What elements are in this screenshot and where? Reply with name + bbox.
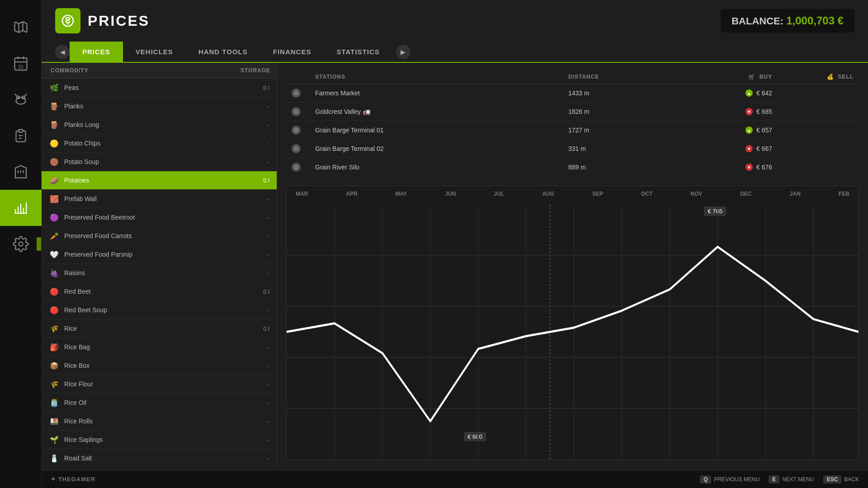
nav-prev-arrow[interactable]: ◀ bbox=[55, 45, 70, 59]
price-value: € 667 bbox=[756, 145, 772, 152]
main-content: PRICES BALANCE: 1,000,703 € ◀ PRICES VEH… bbox=[42, 0, 868, 470]
tab-finances[interactable]: FINANCES bbox=[260, 42, 324, 62]
list-item[interactable]: 🌱 Rice Saplings - bbox=[42, 431, 277, 449]
chart-months: MARAPRMAYJUNJULAUGSEPOCTNOVDECJANFEB bbox=[296, 191, 849, 197]
commodity-storage: - bbox=[251, 122, 269, 128]
svg-point-3 bbox=[17, 96, 19, 99]
commodity-name: Raisins bbox=[64, 269, 251, 277]
list-item[interactable]: 🌿 Peas 0 l bbox=[42, 79, 277, 97]
chart-month-label: NOV bbox=[690, 191, 702, 197]
list-item[interactable]: 🪵 Planks - bbox=[42, 97, 277, 116]
commodity-icon: 🌾 bbox=[49, 323, 60, 334]
price-trend-icon: ▲ bbox=[745, 89, 753, 97]
table-row[interactable]: ⊙ Grain Barge Terminal 01 1727 m ▲ € 657 bbox=[286, 121, 859, 140]
list-item[interactable]: 🟣 Preserved Food Beetroot - bbox=[42, 208, 277, 227]
station-buy-price: ▼ € 676 bbox=[696, 158, 778, 177]
next-menu-label: NEXT MENU bbox=[782, 476, 814, 483]
e-key-badge[interactable]: E bbox=[769, 475, 779, 483]
station-circle-icon: ⊙ bbox=[292, 89, 301, 98]
table-row[interactable]: ⊙ Grain River Silo 889 m ▼ € 676 bbox=[286, 158, 859, 177]
list-item[interactable]: 📦 Rice Box - bbox=[42, 357, 277, 375]
chart-month-label: SEP bbox=[592, 191, 603, 197]
station-buy-price: ▲ € 642 bbox=[696, 84, 778, 103]
commodity-icon: 🎒 bbox=[49, 342, 60, 352]
commodity-icon: 🟣 bbox=[49, 212, 60, 223]
nav-next-arrow[interactable]: ▶ bbox=[396, 45, 410, 59]
sidebar-item-contracts[interactable] bbox=[0, 117, 42, 154]
list-item[interactable]: 🔴 Red Beet 0 l bbox=[42, 282, 277, 301]
sidebar-item-animals[interactable] bbox=[0, 81, 42, 117]
balance-label: BALANCE: bbox=[731, 15, 783, 27]
sell-icon: 💰 bbox=[827, 74, 834, 80]
station-distance: 1433 m bbox=[563, 84, 696, 103]
price-value: € 685 bbox=[756, 108, 772, 115]
commodity-header: COMMODITY STORAGE bbox=[42, 63, 277, 79]
station-sell-price bbox=[778, 84, 859, 103]
list-item[interactable]: 🥔 Potatoes 0 l bbox=[42, 171, 277, 190]
list-item[interactable]: 🤍 Preserved Food Parsnip - bbox=[42, 245, 277, 264]
sidebar-item-settings[interactable] bbox=[0, 226, 42, 262]
svg-point-6 bbox=[19, 242, 23, 246]
prev-menu-key: Q PREVIOUS MENU bbox=[700, 475, 760, 483]
tab-hand-tools[interactable]: HAND TOOLS bbox=[186, 42, 260, 62]
price-chart: MARAPRMAYJUNJULAUGSEPOCTNOVDECJANFEB € 7… bbox=[286, 186, 859, 460]
station-sell-price bbox=[778, 140, 859, 158]
commodity-storage: - bbox=[251, 270, 269, 277]
storage-col-header: STORAGE bbox=[241, 67, 268, 74]
commodity-name: Rice Box bbox=[64, 362, 251, 369]
next-menu-key: E NEXT MENU bbox=[769, 475, 814, 483]
q-key-badge[interactable]: Q bbox=[700, 475, 711, 483]
commodity-storage: - bbox=[251, 455, 269, 462]
sidebar-item-prices[interactable] bbox=[0, 190, 42, 226]
chart-month-label: AUG bbox=[542, 191, 554, 197]
list-item[interactable]: 🍇 Raisins - bbox=[42, 264, 277, 282]
station-name: Goldcrest Valley 🚛 bbox=[310, 103, 563, 121]
sidebar-item-calendar[interactable]: 15 bbox=[0, 45, 42, 81]
list-item[interactable]: 🍱 Rice Rolls - bbox=[42, 412, 277, 431]
stations-table: STATIONS DISTANCE 🛒 BUY 💰 SELL bbox=[286, 70, 859, 177]
chart-month-label: FEB bbox=[839, 191, 849, 197]
commodity-storage: - bbox=[251, 399, 269, 406]
commodity-list: 🌿 Peas 0 l 🪵 Planks - 🪵 Planks Long - 🟡 … bbox=[42, 79, 277, 467]
table-row[interactable]: ⊙ Goldcrest Valley 🚛 1826 m ▼ € 685 bbox=[286, 103, 859, 121]
commodity-name: Road Salt bbox=[64, 455, 251, 462]
commodity-storage: 0 l bbox=[251, 177, 269, 184]
sidebar: 15 bbox=[0, 0, 42, 488]
list-item[interactable]: 🟤 Potato Soup - bbox=[42, 153, 277, 171]
chart-month-label: OCT bbox=[641, 191, 652, 197]
list-item[interactable]: 🧂 Road Salt - bbox=[42, 449, 277, 467]
buy-icon: 🛒 bbox=[748, 74, 755, 80]
list-item[interactable]: 🥕 Preserved Food Carrots - bbox=[42, 227, 277, 245]
commodity-icon: 📦 bbox=[49, 360, 60, 371]
tab-vehicles[interactable]: VEHICLES bbox=[123, 42, 186, 62]
esc-key-badge[interactable]: ESC bbox=[823, 475, 842, 483]
back-key: ESC BACK bbox=[823, 475, 859, 483]
commodity-name: Planks Long bbox=[64, 121, 251, 128]
station-buy-price: ▼ € 685 bbox=[696, 103, 778, 121]
list-item[interactable]: 🎒 Rice Bag - bbox=[42, 338, 277, 357]
back-label: BACK bbox=[844, 476, 859, 483]
balance-amount: 1,000,703 € bbox=[786, 14, 844, 27]
commodity-name: Potato Soup bbox=[64, 158, 251, 165]
commodity-storage: - bbox=[251, 307, 269, 314]
commodity-storage: - bbox=[251, 159, 269, 165]
list-item[interactable]: 🫙 Rice Oil - bbox=[42, 394, 277, 412]
list-item[interactable]: 🌾 Rice 0 l bbox=[42, 319, 277, 338]
station-name: Grain Barge Terminal 02 bbox=[310, 140, 563, 158]
sidebar-item-map[interactable] bbox=[0, 9, 42, 45]
list-item[interactable]: 🪵 Planks Long - bbox=[42, 116, 277, 134]
table-row[interactable]: ⊙ Farmers Market 1433 m ▲ € 642 bbox=[286, 84, 859, 103]
commodity-icon: 🪵 bbox=[49, 119, 60, 130]
chart-month-label: APR bbox=[346, 191, 357, 197]
th-distance: DISTANCE bbox=[563, 70, 696, 84]
tab-statistics[interactable]: STATISTICS bbox=[324, 42, 392, 62]
list-item[interactable]: 🟡 Potato Chips - bbox=[42, 134, 277, 153]
commodity-col-header: COMMODITY bbox=[51, 67, 241, 74]
list-item[interactable]: 🌾 Rice Flour - bbox=[42, 375, 277, 394]
tab-prices[interactable]: PRICES bbox=[70, 42, 123, 62]
list-item[interactable]: 🧱 Prefab Wall - bbox=[42, 190, 277, 208]
list-item[interactable]: 🔴 Red Beet Soup - bbox=[42, 301, 277, 319]
chart-month-label: JAN bbox=[790, 191, 801, 197]
sidebar-item-production[interactable] bbox=[0, 154, 42, 190]
table-row[interactable]: ⊙ Grain Barge Terminal 02 331 m ▼ € 667 bbox=[286, 140, 859, 158]
